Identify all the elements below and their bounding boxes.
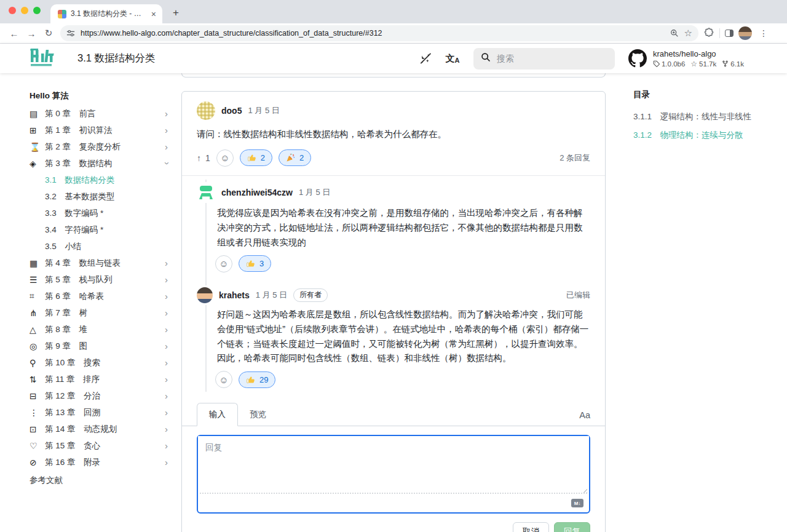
sidebar-footer-link[interactable]: 参考文献	[30, 472, 170, 488]
comment-author[interactable]: doo5	[221, 106, 242, 116]
upvote-count: 1	[205, 153, 210, 163]
nav-label: 第 4 章 数组与链表	[45, 258, 165, 269]
party-icon	[286, 153, 295, 162]
reply-author[interactable]: krahets	[219, 290, 250, 300]
new-tab-button[interactable]: +	[167, 4, 184, 22]
sidebar-chapter[interactable]: ☰第 5 章 栈与队列›	[30, 271, 170, 288]
reply: krahets 1 月 5 日 所有者 已编辑 好问题～这因为哈希表底层是数组，…	[182, 280, 605, 396]
markdown-icon[interactable]: M↓	[571, 499, 583, 507]
sidebar-chapter[interactable]: ⇅第 11 章 排序›	[30, 371, 170, 387]
reaction-thumbs-up[interactable]: 2	[240, 149, 272, 166]
sidebar-chapter[interactable]: ⌛第 2 章 复杂度分析›	[30, 138, 170, 155]
forward-button[interactable]: →	[23, 25, 39, 41]
sidebar-chapter[interactable]: ⋮第 13 章 回溯›	[30, 404, 170, 421]
avatar[interactable]	[197, 101, 215, 120]
toc-item[interactable]: 3.1.1 逻辑结构：线性与非线性	[633, 108, 787, 126]
sidebar-chapter[interactable]: ⊟第 12 章 分治›	[30, 387, 170, 404]
sidebar-chapter[interactable]: ◈第 3 章 数据结构›	[30, 155, 170, 172]
translate-icon[interactable]: 文A	[445, 51, 460, 66]
side-panel-icon[interactable]	[725, 30, 734, 37]
sidebar-chapter[interactable]: ▦第 4 章 数组与链表›	[30, 255, 170, 271]
sidebar-subitem[interactable]: 3.1 数据结构分类	[30, 172, 170, 188]
sidebar-subitem[interactable]: 3.2 基本数据类型	[30, 188, 170, 205]
tab-close-icon[interactable]: ×	[150, 9, 157, 19]
nav-label: 第 12 章 分治	[45, 391, 165, 402]
reaction-party[interactable]: 2	[279, 149, 311, 166]
sidebar-chapter[interactable]: ♡第 15 章 贪心›	[30, 437, 170, 454]
nav-label: 第 9 章 图	[45, 341, 165, 352]
avatar[interactable]	[197, 183, 215, 202]
chapter-icon: ☰	[30, 275, 45, 285]
reply-submit-button[interactable]: 回复	[554, 522, 590, 532]
translate-a-glyph: A	[454, 57, 459, 64]
sidebar-chapter[interactable]: △第 8 章 堆›	[30, 321, 170, 338]
reply-footer: ☺ 29	[215, 366, 590, 388]
tab-write[interactable]: 输入	[197, 403, 238, 426]
github-repo-link[interactable]: krahets/hello-algo 1.0.0b6 ☆ 51.7k 6.1k	[628, 49, 744, 68]
reply-date[interactable]: 1 月 5 日	[299, 187, 330, 198]
translate-zh-glyph: 文	[445, 53, 454, 65]
add-reaction-button[interactable]: ☺	[215, 371, 232, 388]
site-header: 3.1 数据结构分类 文A krahets/hel	[0, 44, 787, 73]
nav-label: 第 16 章 附录	[45, 457, 165, 468]
comment-body: 请问：线性数据结构和非线性数据结构，哈希表为什么都存在。	[182, 120, 605, 142]
reply-date[interactable]: 1 月 5 日	[256, 290, 287, 301]
extensions-icon[interactable]	[705, 27, 714, 39]
reload-button[interactable]: ↻	[41, 25, 57, 41]
sidebar-chapter[interactable]: ⊡第 14 章 动态规划›	[30, 421, 170, 437]
sidebar-chapter[interactable]: ⋔第 7 章 树›	[30, 304, 170, 321]
reaction-thumbs-up[interactable]: 29	[239, 371, 275, 388]
fullscreen-window-button[interactable]	[33, 7, 41, 14]
theme-toggle-icon[interactable]	[418, 51, 433, 66]
chapter-icon: ▦	[30, 258, 45, 268]
add-reaction-button[interactable]: ☺	[215, 255, 232, 272]
text-format-button[interactable]: Aa	[579, 410, 590, 426]
hello-algo-logo[interactable]	[30, 48, 57, 69]
chevron-icon: ›	[165, 141, 170, 152]
page-title: 3.1 数据结构分类	[77, 52, 156, 65]
sidebar-chapter[interactable]: ⌗第 6 章 哈希表›	[30, 288, 170, 304]
chevron-icon: ›	[165, 407, 170, 418]
reply-header: chenzhiwei54czw 1 月 5 日	[197, 183, 590, 202]
sidebar-nav: Hello 算法▤第 0 章 前言›⊞第 1 章 初识算法›⌛第 2 章 复杂度…	[0, 73, 181, 532]
nav-label: 第 2 章 复杂度分析	[45, 141, 165, 153]
sidebar-subitem[interactable]: 3.3 数字编码 *	[30, 205, 170, 221]
back-button[interactable]: ←	[6, 25, 22, 41]
star-icon: ☆	[690, 60, 697, 68]
tab-preview[interactable]: 预览	[238, 403, 278, 426]
site-settings-icon[interactable]	[66, 29, 75, 38]
address-bar[interactable]: https://www.hello-algo.com/chapter_data_…	[60, 25, 698, 41]
close-window-button[interactable]	[9, 7, 16, 14]
reaction-thumbs-up[interactable]: 3	[239, 255, 271, 272]
avatar[interactable]	[197, 287, 213, 303]
comment-date[interactable]: 1 月 5 日	[248, 105, 279, 116]
sidebar-subitem[interactable]: 3.4 字符编码 *	[30, 221, 170, 238]
reaction-count: 3	[259, 259, 264, 268]
nav-label: 3.1 数据结构分类	[45, 175, 170, 186]
reply-textarea[interactable]	[198, 436, 589, 493]
url-text[interactable]: https://www.hello-algo.com/chapter_data_…	[81, 29, 665, 38]
browser-profile-avatar[interactable]	[738, 26, 752, 40]
sidebar-chapter[interactable]: ▤第 0 章 前言›	[30, 105, 170, 122]
search-input[interactable]	[497, 54, 589, 63]
chapter-icon: ⊞	[30, 125, 45, 135]
browser-tab[interactable]: 3.1 数据结构分类 - Hello 算法 ×	[50, 4, 162, 23]
thumbs-up-icon	[247, 153, 256, 162]
sidebar-subitem[interactable]: 3.5 小结	[30, 238, 170, 255]
toc-item[interactable]: 3.1.2 物理结构：连续与分散	[633, 126, 787, 145]
sidebar-chapter[interactable]: ◎第 9 章 图›	[30, 338, 170, 354]
github-logo-icon	[628, 49, 647, 68]
chapter-icon: ⊡	[30, 424, 45, 434]
minimize-window-button[interactable]	[21, 7, 28, 14]
upvote-button[interactable]: ↑ 1	[197, 153, 210, 163]
sidebar-chapter[interactable]: ⊞第 1 章 初识算法›	[30, 122, 170, 138]
reply-author[interactable]: chenzhiwei54czw	[221, 188, 293, 197]
search-box[interactable]	[473, 48, 615, 69]
zoom-page-icon[interactable]	[670, 29, 679, 38]
browser-menu-icon[interactable]: ⋮	[757, 28, 770, 38]
cancel-button[interactable]: 取消	[513, 522, 549, 532]
add-reaction-button[interactable]: ☺	[216, 149, 234, 167]
sidebar-chapter[interactable]: ⊘第 16 章 附录›	[30, 454, 170, 470]
bookmark-star-icon[interactable]: ☆	[684, 28, 692, 39]
sidebar-chapter[interactable]: ⚲第 10 章 搜索›	[30, 354, 170, 371]
